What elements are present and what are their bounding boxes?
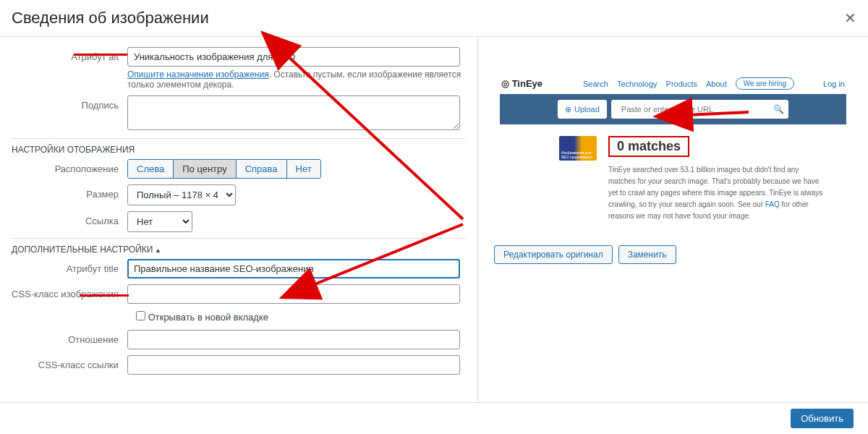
caption-label: Подпись <box>12 95 127 111</box>
preview-thumb: Изображения для SEO продвижения <box>559 136 597 161</box>
advanced-settings-heading[interactable]: ДОПОЛНИТЕЛЬНЫЕ НАСТРОЙКИ <box>12 238 466 259</box>
link-css-label: CSS-класс ссылки <box>12 355 127 370</box>
align-left-button[interactable]: Слева <box>128 160 174 178</box>
tineye-search-input[interactable] <box>616 101 773 117</box>
preview-panel: TinEye Search Technology Products About … <box>477 37 868 403</box>
align-center-button[interactable]: По центру <box>174 160 236 178</box>
caption-textarea[interactable] <box>127 95 460 130</box>
size-select[interactable]: Полный – 1178 × 450 <box>127 184 236 205</box>
img-css-label: CSS-класс изображения <box>12 284 127 299</box>
search-icon[interactable]: 🔍 <box>773 104 784 114</box>
close-button[interactable]: ✕ <box>844 9 856 27</box>
alt-help: Опишите назначение изображения. Оставьте… <box>127 69 466 90</box>
title-attr-label: Атрибут title <box>12 259 127 274</box>
matches-box: 0 matches <box>608 136 689 157</box>
tineye-nav-search[interactable]: Search <box>583 80 608 88</box>
upload-button[interactable]: ⊕ Upload <box>558 100 607 119</box>
faq-link[interactable]: FAQ <box>765 200 780 208</box>
new-tab-checkbox[interactable] <box>136 311 145 320</box>
link-css-input[interactable] <box>127 355 460 375</box>
img-css-input[interactable] <box>127 284 460 304</box>
tineye-search-bar[interactable]: 🔍 <box>611 100 788 119</box>
display-settings-heading: НАСТРОЙКИ ОТОБРАЖЕНИЯ <box>12 138 466 159</box>
align-button-group: Слева По центру Справа Нет <box>127 159 321 179</box>
update-button[interactable]: Обновить <box>791 409 854 428</box>
tineye-nav-technology[interactable]: Technology <box>617 80 658 88</box>
upload-icon: ⊕ <box>565 105 571 114</box>
alt-input[interactable] <box>127 47 460 67</box>
matches-count: 0 matches <box>617 139 681 153</box>
annotation-underline <box>80 294 129 297</box>
tineye-nav-about[interactable]: About <box>706 80 727 88</box>
tineye-login[interactable]: Log in <box>823 80 845 88</box>
tineye-logo: TinEye <box>501 78 542 89</box>
annotation-underline <box>74 54 127 56</box>
size-label: Размер <box>12 184 127 200</box>
hiring-pill[interactable]: We are hiring <box>736 77 794 90</box>
tineye-results: Изображения для SEO продвижения 0 matche… <box>494 124 852 222</box>
align-none-button[interactable]: Нет <box>287 160 320 178</box>
alt-help-link[interactable]: Опишите назначение изображения <box>127 69 269 80</box>
rel-input[interactable] <box>127 330 460 349</box>
new-tab-label[interactable]: Открывать в новой вкладке <box>136 312 268 323</box>
form-panel: Атрибут alt Опишите назначение изображен… <box>0 37 477 403</box>
linkto-select[interactable]: Нет <box>127 211 192 232</box>
edit-original-button[interactable]: Редактировать оригинал <box>494 245 613 264</box>
rel-label: Отношение <box>12 330 127 345</box>
tineye-nav-products[interactable]: Products <box>666 80 697 88</box>
results-text: TinEye searched over 53.1 billion images… <box>608 164 823 222</box>
replace-button[interactable]: Заменить <box>618 245 676 264</box>
align-right-button[interactable]: Справа <box>237 160 287 178</box>
dialog-title: Сведения об изображении <box>12 9 209 27</box>
align-label: Расположение <box>12 159 127 174</box>
linkto-label: Ссылка <box>12 211 127 226</box>
title-attr-input[interactable] <box>127 259 460 278</box>
